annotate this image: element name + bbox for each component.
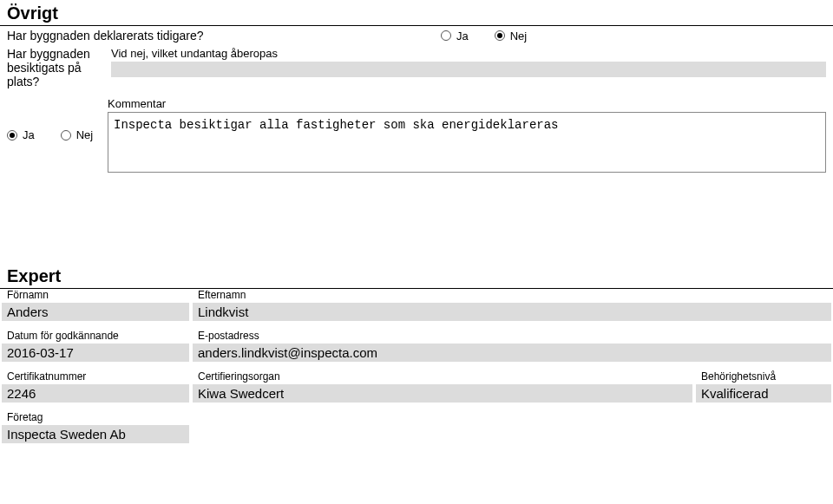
foretag-value: Inspecta Sweden Ab: [2, 425, 189, 443]
foretag-label: Företag: [2, 411, 189, 425]
cert-value: 2246: [2, 384, 189, 403]
efternamn-value: Lindkvist: [193, 303, 831, 321]
efternamn-cell: Efternamn Lindkvist: [191, 289, 833, 321]
q3-radio-ja[interactable]: Ja: [7, 128, 35, 141]
radio-icon: [7, 130, 17, 141]
q3-ja-label: Ja: [23, 128, 35, 141]
datum-value: 2016-03-17: [2, 344, 189, 362]
fornamn-value: Anders: [2, 303, 189, 321]
datum-label: Datum för godkännande: [2, 330, 189, 344]
organ-cell: Certifieringsorgan Kiwa Swedcert: [191, 370, 694, 403]
organ-label: Certifieringsorgan: [193, 370, 692, 384]
q1-ja-label: Ja: [456, 29, 469, 43]
q2-exception-input[interactable]: [111, 62, 826, 77]
radio-icon: [495, 30, 505, 41]
niva-value: Kvalificerad: [696, 384, 831, 403]
section-title-expert: Expert: [0, 263, 833, 289]
epost-value: anders.lindkvist@inspecta.com: [193, 344, 831, 362]
cert-label: Certifikatnummer: [2, 370, 189, 384]
epost-label: E-postadress: [193, 330, 831, 344]
niva-cell: Behörighetsnivå Kvalificerad: [694, 370, 833, 403]
radio-icon: [61, 130, 71, 141]
fornamn-cell: Förnamn Anders: [0, 289, 191, 321]
kommentar-textarea[interactable]: Inspecta besiktigar alla fastigheter som…: [108, 112, 826, 173]
q2-exception-label: Vid nej, vilket undantag åberopas: [111, 47, 826, 60]
q1-radio-ja[interactable]: Ja: [441, 29, 469, 43]
datum-cell: Datum för godkännande 2016-03-17: [0, 330, 191, 362]
section-title-ovrigt: Övrigt: [0, 0, 833, 26]
q1-label: Har byggnaden deklarerats tidigare?: [7, 29, 441, 43]
q1-radio-nej[interactable]: Nej: [495, 29, 528, 43]
efternamn-label: Efternamn: [193, 289, 831, 303]
q1-nej-label: Nej: [510, 29, 528, 43]
fornamn-label: Förnamn: [2, 289, 189, 303]
kommentar-label: Kommentar: [108, 97, 826, 110]
cert-cell: Certifikatnummer 2246: [0, 370, 191, 403]
foretag-cell: Företag Inspecta Sweden Ab: [0, 411, 191, 443]
radio-icon: [441, 30, 451, 41]
epost-cell: E-postadress anders.lindkvist@inspecta.c…: [191, 330, 833, 362]
q3-nej-label: Nej: [76, 128, 94, 141]
q3-radio-nej[interactable]: Nej: [61, 128, 94, 141]
q2-label: Har byggnaden besiktigats på plats?: [7, 47, 111, 88]
niva-label: Behörighetsnivå: [696, 370, 831, 384]
organ-value: Kiwa Swedcert: [193, 384, 692, 403]
